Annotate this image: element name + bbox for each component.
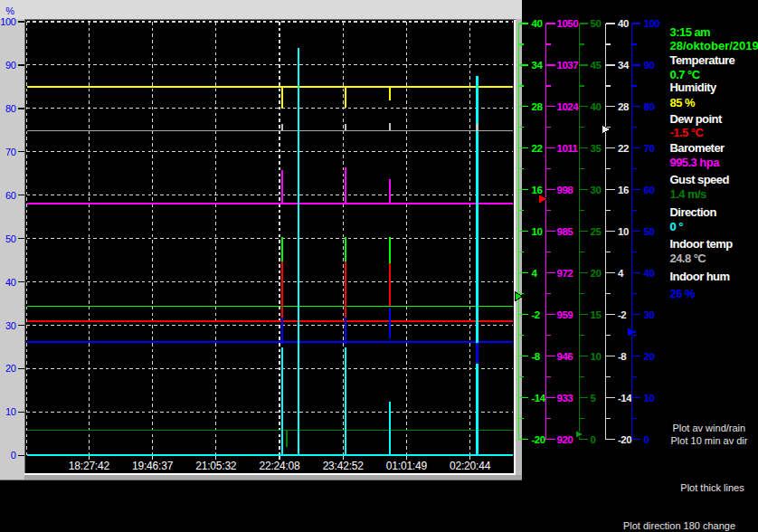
svg-text:26 %: 26 % [670, 287, 696, 300]
svg-text:28/oktober/2019: 28/oktober/2019 [670, 39, 758, 52]
svg-text:985: 985 [557, 226, 574, 237]
svg-text:50: 50 [591, 18, 602, 29]
svg-text:40: 40 [591, 101, 602, 112]
svg-text:34: 34 [618, 60, 630, 71]
svg-text:25: 25 [591, 226, 602, 237]
svg-text:28: 28 [618, 101, 630, 112]
svg-text:35: 35 [591, 143, 602, 154]
svg-text:23:42:52: 23:42:52 [323, 460, 365, 472]
svg-text:90: 90 [5, 60, 16, 71]
svg-text:22: 22 [532, 143, 543, 154]
svg-text:24.8 °C: 24.8 °C [670, 252, 707, 265]
svg-text:0: 0 [644, 434, 649, 445]
svg-text:100: 100 [644, 18, 660, 29]
svg-text:10: 10 [591, 351, 602, 362]
svg-text:28: 28 [532, 101, 544, 112]
svg-text:22: 22 [618, 143, 629, 154]
svg-text:4: 4 [532, 268, 538, 279]
svg-text:50: 50 [644, 226, 655, 237]
svg-text:1011: 1011 [557, 143, 579, 154]
svg-text:30: 30 [644, 309, 655, 320]
svg-text:Indoor hum: Indoor hum [670, 270, 730, 283]
svg-text:34: 34 [532, 60, 544, 71]
svg-text:45: 45 [591, 60, 602, 71]
svg-text:0: 0 [11, 450, 16, 461]
svg-text:Plot direction 180 change: Plot direction 180 change [623, 520, 735, 531]
svg-text:Direction: Direction [670, 205, 717, 219]
svg-text:Gust speed: Gust speed [670, 173, 730, 186]
svg-text:0 °: 0 ° [670, 220, 684, 233]
svg-text:Indoor temp: Indoor temp [670, 237, 734, 251]
svg-text:30: 30 [5, 320, 16, 331]
svg-text:0: 0 [591, 434, 596, 445]
svg-text:4: 4 [618, 268, 624, 279]
svg-text:933: 933 [557, 393, 573, 404]
svg-text:22:24:08: 22:24:08 [259, 460, 300, 472]
svg-text:-20: -20 [618, 434, 631, 445]
svg-text:Plot thick lines: Plot thick lines [680, 482, 744, 493]
svg-text:1037: 1037 [557, 60, 579, 71]
svg-text:85 %: 85 % [670, 96, 696, 109]
svg-text:3:15 am: 3:15 am [670, 25, 711, 39]
svg-text:80: 80 [644, 101, 655, 112]
svg-text:-14: -14 [532, 393, 546, 404]
svg-text:946: 946 [557, 351, 573, 362]
svg-text:920: 920 [557, 434, 573, 445]
svg-text:-14: -14 [618, 393, 632, 404]
svg-text:10: 10 [532, 226, 543, 237]
svg-text:-8: -8 [532, 351, 541, 362]
svg-text:1.4 m/s: 1.4 m/s [670, 187, 707, 201]
svg-text:15: 15 [591, 309, 602, 320]
svg-text:-20: -20 [532, 434, 545, 445]
svg-text:40: 40 [5, 277, 16, 288]
svg-text:20: 20 [644, 351, 655, 362]
svg-text:21:05:32: 21:05:32 [195, 460, 237, 472]
svg-text:Humidity: Humidity [670, 81, 718, 94]
svg-text:40: 40 [532, 18, 543, 29]
svg-text:10: 10 [618, 226, 629, 237]
svg-text:40: 40 [618, 18, 629, 29]
svg-text:0.7 °C: 0.7 °C [670, 68, 701, 81]
svg-text:30: 30 [591, 185, 602, 195]
svg-text:18:27:42: 18:27:42 [69, 460, 110, 472]
svg-text:-2: -2 [618, 309, 626, 320]
svg-text:1024: 1024 [557, 101, 580, 112]
svg-text:972: 972 [557, 268, 573, 279]
svg-text:70: 70 [5, 147, 16, 157]
svg-text:%: % [5, 5, 14, 16]
svg-text:10: 10 [644, 393, 655, 404]
svg-text:995.3 hpa: 995.3 hpa [670, 156, 721, 169]
svg-text:20: 20 [5, 363, 16, 374]
svg-text:Barometer: Barometer [670, 141, 725, 155]
svg-text:Temperature: Temperature [670, 53, 735, 67]
svg-text:10: 10 [5, 406, 16, 417]
svg-text:1050: 1050 [557, 18, 579, 29]
svg-text:998: 998 [557, 185, 574, 195]
svg-text:959: 959 [557, 309, 573, 320]
svg-text:-8: -8 [618, 351, 627, 362]
svg-text:90: 90 [644, 60, 655, 71]
svg-text:40: 40 [644, 268, 655, 279]
svg-text:Dew point: Dew point [670, 112, 723, 126]
svg-text:70: 70 [644, 143, 655, 154]
svg-text:60: 60 [644, 185, 655, 195]
svg-text:02:20:44: 02:20:44 [450, 460, 491, 472]
svg-text:50: 50 [5, 233, 16, 244]
svg-text:80: 80 [5, 103, 16, 114]
svg-text:-1.5 °C: -1.5 °C [670, 126, 705, 139]
svg-text:01:01:49: 01:01:49 [386, 460, 428, 472]
svg-text:19:46:37: 19:46:37 [132, 460, 174, 472]
svg-text:16: 16 [532, 185, 543, 195]
svg-text:60: 60 [5, 190, 16, 201]
svg-text:Plot av wind/rain: Plot av wind/rain [672, 423, 745, 433]
svg-text:Plot 10 min av dir: Plot 10 min av dir [671, 435, 748, 446]
svg-text:-2: -2 [532, 309, 540, 320]
svg-text:100: 100 [0, 16, 15, 27]
svg-text:5: 5 [591, 393, 597, 404]
svg-text:16: 16 [618, 185, 629, 195]
svg-text:20: 20 [591, 268, 602, 279]
